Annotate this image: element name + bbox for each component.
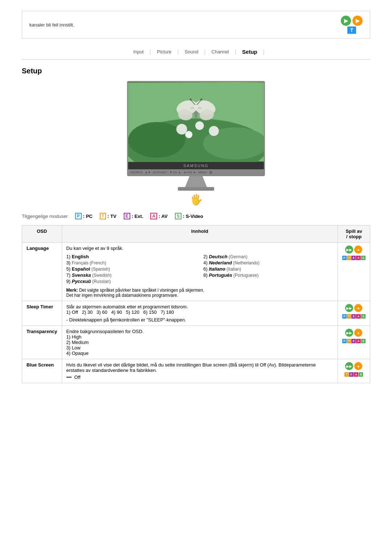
tab-channel[interactable]: Channel	[206, 48, 235, 56]
table-row: Blue Screen Hvis du likevel vil vise det…	[22, 359, 370, 383]
main-content: Setup	[22, 67, 370, 383]
play-circle-green-3: ▶▶	[345, 329, 353, 337]
play-circles-4: ▶▶ ●	[345, 362, 362, 370]
play-language: ▶▶ ● P T E A S	[338, 243, 370, 301]
content-blue-screen: Hvis du likevel vil vise det dårlige bil…	[62, 359, 338, 383]
transparency-intro: Endre bakgrunnsopasiteten for OSD.	[66, 329, 333, 334]
logo-circle-orange: ▶	[352, 16, 363, 26]
svg-point-7	[185, 131, 192, 138]
play-circle-green-4: ▶▶	[345, 362, 353, 370]
top-logo: ▶ ▶ T	[341, 16, 363, 34]
lang-english: 1) English	[66, 254, 196, 259]
osd-sleep-timer: Sleep Timer	[22, 301, 62, 326]
pteas-row: P T E A S	[342, 256, 366, 260]
lang-portuguese: 8) Português (Portuguese)	[203, 272, 333, 278]
badge-p: P	[75, 213, 82, 219]
pteas-s: S	[361, 256, 366, 260]
tab-sound[interactable]: Sound	[179, 48, 204, 56]
play-circle-green: ▶▶	[345, 246, 353, 254]
teas-a: A	[354, 372, 359, 377]
teas-row: T E A S	[344, 372, 363, 377]
play-stop-icon-4: ▶▶ ● T E A S	[342, 362, 366, 377]
badge-t: T	[100, 213, 106, 219]
off-label: Off	[74, 374, 81, 380]
mode-row: Tilgjengelige moduser P : PC T : TV E : …	[22, 213, 370, 219]
tab-setup[interactable]: Setup	[236, 47, 263, 56]
mode-av: A : AV	[150, 213, 167, 219]
pteas-row-2: P T E A S	[342, 314, 366, 319]
language-grid: 1) English 2) Deutsch (German) 3) França…	[66, 254, 333, 284]
lang-dutch: 4) Nederland (Netherlands)	[203, 260, 333, 266]
language-intro: Du kan velge et av 9 språk.	[66, 246, 333, 251]
tv-screen	[128, 82, 264, 162]
mode-pc: P : PC	[75, 213, 93, 219]
mode-svideo-label: : S-Video	[183, 214, 203, 219]
teas-e: E	[349, 372, 354, 377]
play-circle-orange-2: ●	[354, 304, 362, 312]
off-indicator: Off	[66, 374, 333, 380]
transparency-2: 2) Medium	[66, 340, 333, 345]
logo-t-box: T	[347, 27, 356, 34]
content-transparency: Endre bakgrunnsopasiteten for OSD. 1) Hi…	[62, 326, 338, 359]
play-sleep: ▶▶ ● P T E A S	[338, 301, 370, 326]
badge-s: S	[175, 213, 181, 219]
mode-label: Tilgjengelige moduser	[22, 214, 68, 219]
banner-text: kanaler bli feil innstilt.	[29, 22, 74, 28]
mode-svideo: S : S-Video	[175, 213, 203, 219]
top-banner: kanaler bli feil innstilt. ▶ ▶ T	[22, 11, 370, 39]
osd-transparency: Transparency	[22, 326, 62, 359]
lang-spanish: 5) Español (Spanish)	[66, 266, 196, 272]
mode-tv: T : TV	[100, 213, 117, 219]
play-circle-green-2: ▶▶	[345, 304, 353, 312]
logo-circles: ▶ ▶	[341, 16, 363, 26]
play-circle-orange: ●	[354, 246, 362, 254]
lang-russian: 9) Русский (Russian)	[66, 279, 196, 284]
play-transparency: ▶▶ ● P T E A S	[338, 326, 370, 359]
play-circle-orange-4: ●	[354, 362, 362, 370]
sleep-line1: Slår av skjermen automatisk etter et pro…	[66, 304, 333, 309]
table-row: Sleep Timer Slår av skjermen automatisk …	[22, 301, 370, 326]
transparency-3: 3) Low	[66, 345, 333, 351]
tv-base	[178, 187, 214, 191]
svg-point-4	[176, 124, 187, 135]
play-circles-3: ▶▶ ●	[345, 329, 362, 337]
play-stop-icon: ▶▶ ● P T E A S	[342, 246, 366, 260]
pteas-row-3: P T E A S	[342, 339, 366, 343]
mode-ext-label: : Ext.	[132, 214, 143, 219]
play-circles-2: ▶▶ ●	[345, 304, 362, 312]
lang-italian: 6) Italiano (Italian)	[203, 266, 333, 272]
pteas-t: T	[347, 256, 351, 260]
tv-stand	[185, 176, 207, 187]
th-osd: OSD	[22, 226, 62, 243]
mode-tv-label: : TV	[107, 214, 117, 219]
pteas-p: P	[342, 256, 347, 260]
play-circle-orange-3: ●	[354, 329, 362, 337]
transparency-1: 1) High	[66, 334, 333, 340]
lang-french: 3) Français (French)	[66, 260, 196, 266]
mode-pc-label: : PC	[83, 214, 93, 219]
play-circles: ▶▶ ●	[345, 246, 362, 254]
tab-input[interactable]: Input	[127, 48, 150, 56]
content-sleep-timer: Slår av skjermen automatisk etter et pro…	[62, 301, 338, 326]
tv-frame: SAMSUNG SOURCE ▲▼ AUTO/SET ▼ CH ▲ ◄ VOL …	[127, 81, 265, 176]
tv-screen-image	[128, 82, 264, 162]
transparency-4: 4) Opaque	[66, 351, 333, 356]
svg-point-16	[200, 99, 202, 101]
badge-a: A	[150, 213, 157, 219]
osd-table: OSD Innhold Spill av/ stopp Language Du …	[22, 225, 370, 383]
teas-s: S	[359, 372, 363, 377]
svg-point-6	[209, 126, 219, 136]
remote-icon: 🖐	[190, 194, 203, 206]
lang-deutsch: 2) Deutsch (German)	[203, 254, 333, 259]
osd-language: Language	[22, 243, 62, 301]
teas-t: T	[344, 372, 349, 377]
sleep-line2: 1) Off 2) 30 3) 60 4) 90 5) 120 6) 150 7…	[66, 309, 333, 315]
lang-swedish: 7) Svenska (Swedish)	[66, 272, 196, 278]
content-language: Du kan velge et av 9 språk. 1) English 2…	[62, 243, 338, 301]
tv-controls: SOURCE ▲▼ AUTO/SET ▼ CH ▲ ◄ VOL ► MENU ⏻	[128, 169, 264, 175]
off-dash	[66, 377, 72, 378]
play-stop-icon-3: ▶▶ ● P T E A S	[342, 329, 366, 343]
tab-picture[interactable]: Picture	[151, 48, 177, 56]
play-blue-screen: ▶▶ ● T E A S	[338, 359, 370, 383]
play-stop-icon-2: ▶▶ ● P T E A S	[342, 304, 366, 319]
